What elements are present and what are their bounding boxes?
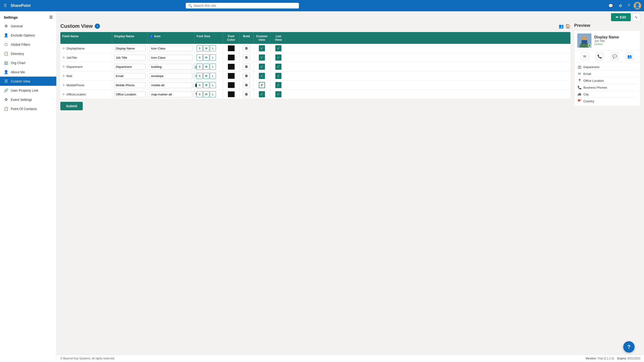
display-name-input[interactable] <box>114 55 146 60</box>
size-m-btn[interactable]: M <box>203 54 209 60</box>
page-info-icon[interactable]: i <box>95 24 100 29</box>
size-l-btn[interactable]: L <box>210 54 216 60</box>
size-m-btn[interactable]: M <box>203 73 209 79</box>
display-name-input[interactable] <box>114 64 146 70</box>
list-view-checkbox[interactable]: ✓ <box>275 64 282 70</box>
custom-view-checkbox[interactable]: ✓ <box>259 54 265 60</box>
size-s-btn[interactable]: S <box>196 54 203 60</box>
custom-view-checkbox[interactable]: ✓ <box>259 73 265 79</box>
color-picker[interactable] <box>228 45 235 52</box>
size-m-btn[interactable]: M <box>203 64 209 70</box>
bold-button[interactable]: B <box>243 91 250 97</box>
size-s-btn[interactable]: S <box>196 91 203 97</box>
color-picker[interactable] <box>228 91 235 97</box>
sidebar-item-label: Directory <box>11 52 24 56</box>
icon-class-input[interactable] <box>150 55 192 60</box>
sidebar-item-point-of-contacts[interactable]: 📋 Point Of Contacts <box>0 104 56 113</box>
custom-view-checkbox[interactable]: ✓ <box>259 64 265 70</box>
bold-button[interactable]: B <box>243 45 250 52</box>
settings-icon[interactable]: ⚙ <box>617 2 624 9</box>
size-l-btn[interactable]: L <box>210 64 216 70</box>
phone-action-icon[interactable]: 📞 <box>596 52 604 60</box>
drag-icon[interactable]: ✛ <box>62 83 65 87</box>
size-l-btn[interactable]: L <box>210 73 216 79</box>
size-l-btn[interactable]: L <box>210 45 216 52</box>
home-icon[interactable]: 🏠 <box>565 24 570 29</box>
email-action-icon[interactable]: ✉ <box>581 52 588 60</box>
sidebar-item-event-settings[interactable]: ⚙ Event Settings <box>0 95 56 104</box>
drag-icon[interactable]: ✛ <box>62 56 65 60</box>
sidebar-item-exclude-options[interactable]: 👤 Exclude Options <box>0 31 56 40</box>
icon-class-input[interactable] <box>150 64 192 70</box>
display-name-input[interactable] <box>114 92 146 97</box>
help-icon[interactable]: ? <box>626 2 632 9</box>
size-l-btn[interactable]: L <box>210 82 216 88</box>
list-view-checkbox[interactable]: ✓ <box>275 73 282 79</box>
list-view-checkbox[interactable]: ✓ <box>275 54 282 60</box>
size-s-btn[interactable]: S <box>196 45 203 52</box>
color-picker[interactable] <box>228 73 235 79</box>
submit-button[interactable]: Submit <box>60 102 83 110</box>
display-name-input[interactable] <box>114 46 146 52</box>
bold-button[interactable]: B <box>243 73 250 79</box>
drag-icon[interactable]: ✛ <box>62 46 65 50</box>
color-picker[interactable] <box>228 54 235 60</box>
sidebar-menu-icon[interactable]: ☰ <box>49 15 52 20</box>
expiry-value: 8/31/2023 <box>628 357 640 360</box>
bold-button[interactable]: B <box>243 82 250 88</box>
sidebar-item-about-me[interactable]: 👤 About Me <box>0 68 56 76</box>
search-input[interactable] <box>194 4 296 8</box>
edit-button[interactable]: ✏ Edit <box>611 13 631 21</box>
chat-icon[interactable]: 💬 <box>606 2 615 9</box>
org-action-icon[interactable]: 👥 <box>626 52 634 60</box>
persons-icon[interactable]: 👥 <box>559 24 564 29</box>
display-name-input[interactable] <box>114 73 146 79</box>
page-title-icons: 👥 🏠 <box>559 24 570 29</box>
icon-class-input[interactable] <box>150 46 192 52</box>
icon-class-input[interactable] <box>150 82 192 88</box>
sidebar-item-org-chart[interactable]: 🏢 Org Chart <box>0 58 56 68</box>
custom-view-checkbox[interactable]: ✓ <box>259 45 265 52</box>
list-view-checkbox[interactable]: ✓ <box>275 91 282 97</box>
copyright: © Beyond Key Systems. All rights reserve… <box>60 357 115 360</box>
table-row: ✛ MobilePhone 📱 <box>60 80 570 90</box>
about-icon: 👤 <box>4 70 8 74</box>
custom-view-checkbox[interactable]: ✗ <box>259 82 265 88</box>
icon-class-input[interactable] <box>150 92 192 97</box>
bold-button[interactable]: B <box>243 54 250 60</box>
size-s-btn[interactable]: S <box>196 73 203 79</box>
size-s-btn[interactable]: S <box>196 82 203 88</box>
color-picker[interactable] <box>228 82 235 88</box>
help-button[interactable]: ? <box>623 341 634 352</box>
chat-action-icon[interactable]: 💬 <box>611 52 618 60</box>
size-m-btn[interactable]: M <box>203 82 209 88</box>
sidebar-item-directory[interactable]: 📋 Directory <box>0 49 56 58</box>
phone-icon: 📞 <box>577 86 582 89</box>
gear-icon: ⚙ <box>4 24 8 28</box>
sidebar-item-custom-view[interactable]: ☰ Custom View <box>0 76 56 86</box>
td-bold: B <box>240 44 254 53</box>
waffle-icon[interactable]: ⠿ <box>3 2 8 9</box>
collapse-button[interactable]: ⤡ <box>632 13 640 21</box>
size-s-btn[interactable]: S <box>196 64 203 70</box>
sidebar-item-general[interactable]: ⚙ General <box>0 22 56 31</box>
sidebar: Settings ☰ ⚙ General 👤 Exclude Options ⬡… <box>0 11 56 362</box>
custom-view-checkbox[interactable]: ✓ <box>259 91 265 97</box>
size-m-btn[interactable]: M <box>203 45 209 52</box>
user-avatar[interactable]: 👤 <box>634 2 641 10</box>
page-title-row: Custom View i 👥 🏠 <box>60 23 570 29</box>
list-view-checkbox[interactable]: ✓ <box>275 82 282 88</box>
bold-button[interactable]: B <box>243 64 250 70</box>
size-m-btn[interactable]: M <box>203 91 209 97</box>
size-l-btn[interactable]: L <box>210 91 216 97</box>
color-picker[interactable] <box>228 64 235 70</box>
drag-icon[interactable]: ✛ <box>62 74 65 78</box>
sidebar-item-user-property-link[interactable]: 🔗 User Property Link <box>0 86 56 95</box>
drag-icon[interactable]: ✛ <box>62 92 65 96</box>
drag-icon[interactable]: ✛ <box>62 65 65 68</box>
sidebar-item-global-filters[interactable]: ⬡ Global Filters <box>0 40 56 49</box>
icon-class-input[interactable] <box>150 73 192 79</box>
td-font-size: S M L <box>195 90 223 99</box>
list-view-checkbox[interactable]: ✓ <box>275 45 282 52</box>
display-name-input[interactable] <box>114 82 146 88</box>
